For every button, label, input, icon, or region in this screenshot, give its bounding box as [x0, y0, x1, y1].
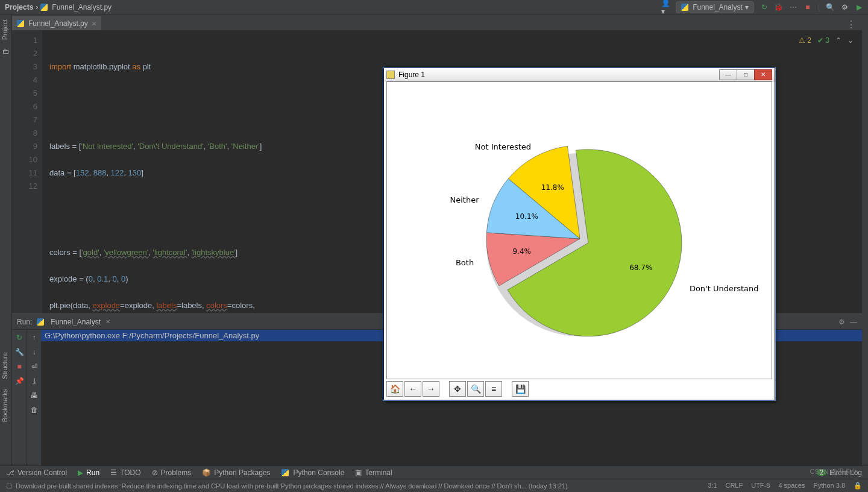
gear-icon[interactable]: ⚙ — [838, 318, 845, 326]
lock-icon[interactable]: 🔒 — [854, 482, 862, 490]
tabs-more-icon[interactable]: ⋮ — [846, 19, 862, 30]
pie-percent: 9.4% — [512, 247, 531, 256]
watermark: CSDN @冯卡少 — [810, 467, 857, 476]
matplotlib-icon — [386, 71, 395, 79]
figure-toolbar: 🏠 ← → ✥ 🔍 ≡ 💾 — [386, 380, 772, 397]
project-tool-tab[interactable]: Project — [0, 14, 10, 45]
terminal-icon: ▣ — [355, 468, 362, 477]
scroll-end-icon[interactable]: ⤓ — [31, 377, 37, 385]
check-icon[interactable]: ✔ 3 — [817, 34, 829, 47]
pan-icon[interactable]: ✥ — [449, 381, 466, 397]
package-icon: 📦 — [202, 468, 211, 477]
python-file-icon — [40, 4, 48, 11]
close-tab-icon[interactable]: ✕ — [92, 20, 96, 27]
gutter: 123456789101112 — [12, 30, 42, 314]
gear-icon[interactable]: ⚙ — [840, 3, 849, 11]
maximize-window-button[interactable]: □ — [737, 69, 755, 80]
pie-chart — [387, 82, 773, 380]
problems-tab[interactable]: ⊘Problems — [152, 468, 192, 477]
subplot-config-icon[interactable]: ≡ — [485, 381, 502, 397]
search-icon[interactable]: 🔍 — [826, 3, 834, 11]
home-icon[interactable]: 🏠 — [386, 381, 403, 397]
up-icon[interactable]: ⌃ — [835, 34, 841, 47]
minimize-icon[interactable]: — — [850, 318, 857, 326]
status-position[interactable]: 3:1 — [708, 482, 717, 490]
user-icon[interactable]: 👤▾ — [661, 3, 670, 11]
status-interpreter[interactable]: Python 3.8 — [813, 482, 845, 490]
python-packages-tab[interactable]: 📦Python Packages — [202, 468, 270, 477]
python-file-icon — [681, 4, 688, 11]
status-indent[interactable]: 4 spaces — [778, 482, 805, 490]
status-message[interactable]: Download pre-built shared indexes: Reduc… — [16, 482, 568, 490]
debug-icon[interactable]: 🐞 — [775, 3, 783, 11]
status-encoding[interactable]: UTF-8 — [751, 482, 770, 490]
stop-icon[interactable]: ■ — [804, 3, 812, 11]
figure-title: Figure 1 — [398, 71, 425, 79]
close-window-button[interactable]: ✕ — [754, 69, 772, 80]
trash-icon[interactable]: 🗑 — [31, 406, 38, 414]
folder-icon[interactable]: 🗀 — [0, 45, 11, 58]
pie-label: Neither — [450, 195, 479, 204]
minimize-window-button[interactable]: — — [719, 69, 737, 80]
figure-window[interactable]: Figure 1 — □ ✕ Not Interested11.8%Don't … — [383, 68, 775, 400]
list-icon: ☰ — [110, 468, 117, 477]
left-tool-rail: Project 🗀 Structure Bookmarks — [0, 14, 12, 478]
file-tab[interactable]: Funnel_Analyst.py ✕ — [12, 16, 101, 30]
forward-icon[interactable]: → — [423, 381, 439, 397]
zoom-icon[interactable]: 🔍 — [467, 381, 484, 397]
top-bar: Projects › Funnel_Analyst.py 👤▾ Funnel_A… — [0, 0, 868, 14]
pie-percent: 68.7% — [629, 263, 652, 272]
up-icon[interactable]: ↑ — [33, 333, 36, 342]
right-tool-rail — [862, 14, 868, 478]
close-run-tab-icon[interactable]: ✕ — [105, 318, 110, 325]
figure-titlebar[interactable]: Figure 1 — □ ✕ — [384, 68, 775, 81]
down-icon[interactable]: ↓ — [33, 348, 36, 356]
vcs-tab[interactable]: ⎇Version Control — [6, 468, 67, 477]
print-icon[interactable]: 🖶 — [31, 391, 38, 400]
warning-icon[interactable]: ⚠ 2 — [799, 34, 811, 47]
chevron-right-icon: › — [36, 3, 38, 11]
breadcrumb[interactable]: Projects › Funnel_Analyst.py — [5, 3, 112, 11]
python-file-icon — [17, 20, 24, 27]
editor-tabs: Funnel_Analyst.py ✕ ⋮ — [12, 14, 862, 30]
save-icon[interactable]: 💾 — [512, 381, 529, 397]
back-icon[interactable]: ← — [404, 381, 421, 397]
status-eol[interactable]: CRLF — [725, 482, 743, 490]
todo-tab[interactable]: ☰TODO — [110, 468, 140, 477]
soft-wrap-icon[interactable]: ⏎ — [31, 362, 37, 371]
pin-icon[interactable]: 📌 — [15, 377, 24, 385]
bottom-tool-tabs: ⎇Version Control ▶Run ☰TODO ⊘Problems 📦P… — [0, 465, 868, 479]
down-icon[interactable]: ⌄ — [848, 34, 854, 47]
run-config-selector[interactable]: Funnel_Analyst ▾ — [676, 1, 754, 13]
run-tab[interactable]: ▶Run — [78, 468, 99, 477]
breadcrumb-root[interactable]: Projects — [5, 3, 33, 11]
python-file-icon — [37, 318, 44, 326]
run-config-name: Funnel_Analyst — [693, 3, 743, 11]
run-with-coverage-icon[interactable]: ↻ — [760, 3, 769, 11]
pie-percent: 10.1% — [515, 212, 538, 221]
inspections-widget[interactable]: ⚠ 2 ✔ 3 ⌃ ⌄ — [799, 34, 854, 47]
run-label: Run: — [17, 318, 32, 326]
pie-label: Both — [456, 258, 474, 267]
figure-canvas[interactable]: Not Interested11.8%Don't Understand68.7%… — [386, 81, 772, 379]
breadcrumb-file[interactable]: Funnel_Analyst.py — [52, 3, 112, 11]
bookmarks-tool-tab[interactable]: Bookmarks — [0, 384, 10, 427]
code-with-me-icon[interactable]: ▶ — [855, 3, 863, 11]
terminal-tab[interactable]: ▣Terminal — [355, 468, 392, 477]
python-console-tab[interactable]: Python Console — [281, 468, 345, 477]
run-tab-name[interactable]: Funnel_Analyst — [51, 318, 101, 326]
play-icon: ▶ — [78, 468, 83, 477]
rerun-icon[interactable]: ↻ — [16, 333, 22, 342]
status-square-icon[interactable]: ▢ — [6, 482, 12, 490]
python-icon — [281, 469, 289, 476]
wrench-icon[interactable]: 🔧 — [15, 348, 24, 356]
stop-icon[interactable]: ■ — [17, 362, 21, 371]
status-bar: ▢ Download pre-built shared indexes: Red… — [0, 479, 868, 492]
structure-tool-tab[interactable]: Structure — [0, 347, 10, 384]
more-run-icon[interactable]: ⋯ — [789, 3, 797, 11]
file-tab-name: Funnel_Analyst.py — [28, 19, 88, 28]
chevron-down-icon: ▾ — [745, 3, 749, 11]
pie-label: Don't Understand — [690, 284, 759, 293]
run-toolbar-left: ↻ 🔧 ■ 📌 — [12, 330, 27, 470]
branch-icon: ⎇ — [6, 468, 14, 477]
